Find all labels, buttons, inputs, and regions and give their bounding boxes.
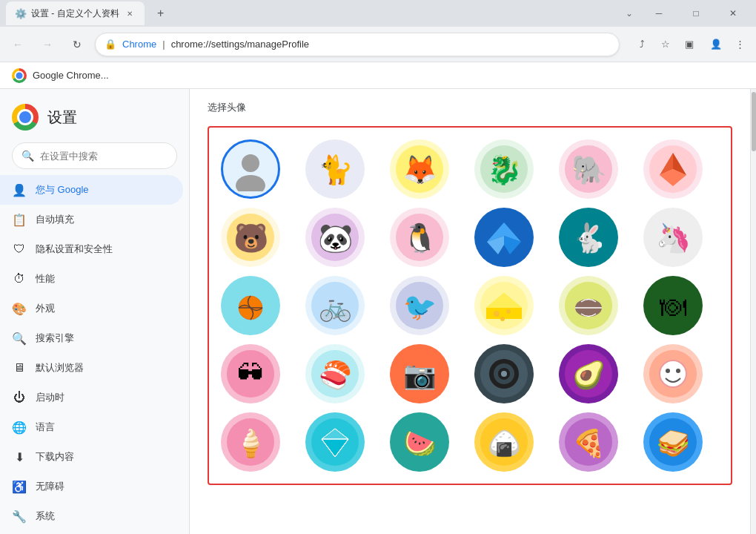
sidebar-item-startup[interactable]: ⏻ 启动时 — [0, 383, 183, 412]
forward-button[interactable]: → — [36, 33, 59, 56]
new-tab-button[interactable]: + — [150, 3, 171, 24]
reload-button[interactable]: ↻ — [65, 33, 89, 56]
account-button[interactable]: 👤 — [706, 34, 726, 55]
avatar-camera[interactable]: 📷 — [390, 344, 449, 403]
person-icon: 👤 — [12, 182, 27, 197]
avatar-food-plate[interactable]: 🍽 — [643, 276, 703, 335]
avatar-sandwich[interactable]: 🥪 — [643, 412, 703, 472]
avatar-watermelon[interactable]: 🍉 — [390, 412, 449, 472]
search-input[interactable] — [40, 151, 168, 162]
avatar-sunglasses[interactable]: 🕶 — [221, 344, 280, 403]
sidebar-item-search[interactable]: 🔍 搜索引擎 — [0, 323, 183, 353]
titlebar: ⚙️ 设置 - 自定义个人资料 ✕ + ⌄ ─ □ ✕ — [0, 0, 756, 27]
sidebar: 设置 🔍 👤 您与 Google 📋 自动填充 🛡 隐私设置和安全性 — [0, 89, 190, 534]
svg-text:🐉: 🐉 — [486, 153, 522, 187]
avatar-elephant[interactable]: 🐘 — [559, 139, 618, 199]
sidebar-label-language: 语言 — [36, 421, 55, 434]
language-icon: 🌐 — [12, 420, 27, 435]
avatar-penguin[interactable]: 🐧 — [390, 208, 449, 267]
search-engine-icon: 🔍 — [12, 331, 27, 346]
avatar-dragon[interactable]: 🐉 — [474, 139, 534, 199]
chrome-logo — [12, 68, 27, 83]
sidebar-item-accessibility[interactable]: ♿ 无障碍 — [0, 472, 183, 501]
svg-text:🍉: 🍉 — [402, 427, 436, 459]
avatar-unicorn[interactable]: 🦄 — [643, 208, 703, 267]
svg-text:🍙: 🍙 — [487, 427, 520, 459]
avatar-sushi[interactable]: 🍣 — [305, 344, 365, 403]
svg-point-61 — [666, 369, 670, 373]
svg-point-40 — [500, 317, 505, 321]
sidebar-item-performance[interactable]: ⏱ 性能 — [0, 264, 183, 294]
tab-title: 设置 - 自定义个人资料 — [31, 7, 119, 20]
chrome-header-text: Google Chrome... — [33, 70, 109, 81]
avatar-fox[interactable]: 🦊 — [390, 139, 449, 199]
address-bar[interactable]: 🔒 Chrome | chrome://settings/manageProfi… — [95, 33, 620, 56]
tab-close-button[interactable]: ✕ — [124, 7, 136, 19]
minimize-button[interactable]: ─ — [642, 1, 676, 25]
back-button[interactable]: ← — [6, 33, 30, 56]
right-scrollbar[interactable] — [750, 89, 756, 534]
bookmark-button[interactable]: ☆ — [655, 34, 676, 55]
avatar-cheese[interactable] — [474, 276, 534, 335]
avatar-cat[interactable]: 🐈 — [305, 139, 365, 199]
avatar-avocado[interactable]: 🥑 — [559, 344, 618, 403]
sidebar-item-autofill[interactable]: 📋 自动填充 — [0, 205, 183, 234]
sidebar-label-autofill: 自动填充 — [36, 213, 74, 226]
svg-point-56 — [501, 371, 507, 377]
sidebar-label-startup: 启动时 — [36, 391, 64, 404]
chrome-label: Chrome — [122, 39, 156, 50]
sidebar-label-browser: 默认浏览器 — [36, 361, 84, 375]
sidebar-item-appearance[interactable]: 🎨 外观 — [0, 294, 183, 323]
settings-title: 设置 — [47, 108, 77, 128]
avatar-blue-bird[interactable] — [474, 208, 534, 267]
svg-text:🍕: 🍕 — [571, 427, 605, 459]
address-separator: | — [162, 39, 165, 50]
svg-text:🍣: 🍣 — [318, 359, 351, 391]
content-area: 选择头像 🐈 — [190, 89, 750, 534]
avatar-origami-fox[interactable] — [643, 139, 703, 199]
avatar-panda[interactable]: 🐼 — [305, 208, 365, 267]
section-title: 选择头像 — [208, 101, 732, 114]
menu-button[interactable]: ⋮ — [729, 34, 750, 55]
sidebar-item-browser[interactable]: 🖥 默认浏览器 — [0, 353, 183, 383]
sidebar-item-language[interactable]: 🌐 语言 — [0, 412, 183, 442]
avatar-vinyl[interactable] — [474, 344, 534, 403]
avatar-diamond[interactable] — [305, 412, 365, 472]
avatar-riceball[interactable]: 🍙 — [474, 412, 534, 472]
sidebar-item-downloads[interactable]: ⬇ 下载内容 — [0, 442, 183, 472]
search-bar[interactable]: 🔍 — [12, 142, 177, 169]
scrollbar-thumb[interactable] — [752, 92, 756, 151]
avatar-bicycle[interactable]: 🚲 — [305, 276, 365, 335]
reading-mode-button[interactable]: ▣ — [679, 34, 700, 55]
svg-text:🦊: 🦊 — [402, 153, 437, 187]
sidebar-item-google[interactable]: 👤 您与 Google — [0, 175, 183, 205]
avatar-rabbit[interactable]: 🐇 — [559, 208, 618, 267]
avatar-football[interactable] — [559, 276, 618, 335]
share-button[interactable]: ⤴ — [631, 34, 652, 55]
svg-text:🐈: 🐈 — [317, 153, 353, 187]
toolbar-actions: 👤 ⋮ — [706, 34, 750, 55]
close-button[interactable]: ✕ — [716, 1, 750, 25]
svg-text:🐧: 🐧 — [402, 221, 437, 255]
svg-text:🥪: 🥪 — [656, 427, 689, 459]
sidebar-label-search: 搜索引擎 — [36, 332, 74, 345]
avatar-pizza[interactable]: 🍕 — [559, 412, 618, 472]
svg-text:🐘: 🐘 — [571, 153, 606, 187]
avatar-smile[interactable] — [643, 344, 703, 403]
sidebar-label-privacy: 隐私设置和安全性 — [36, 243, 113, 256]
active-tab[interactable]: ⚙️ 设置 - 自定义个人资料 ✕ — [6, 1, 145, 25]
svg-point-1 — [236, 175, 265, 191]
avatar-red-bird[interactable]: 🐦 — [390, 276, 449, 335]
svg-text:🕶: 🕶 — [237, 358, 264, 389]
svg-text:🐦: 🐦 — [402, 291, 436, 323]
avatar-basketball[interactable] — [221, 276, 280, 335]
svg-point-60 — [660, 360, 686, 387]
avatar-bear[interactable]: 🐻 — [221, 208, 280, 267]
sidebar-label-accessibility: 无障碍 — [36, 480, 64, 493]
sidebar-item-system[interactable]: 🔧 系统 — [0, 501, 183, 531]
maximize-button[interactable]: □ — [679, 1, 713, 25]
avatar-default[interactable] — [221, 139, 280, 199]
avatar-icecream[interactable]: 🍦 — [221, 412, 280, 472]
sidebar-item-privacy[interactable]: 🛡 隐私设置和安全性 — [0, 234, 183, 264]
sidebar-item-reset[interactable]: ↺ 重置设置 — [0, 531, 183, 534]
